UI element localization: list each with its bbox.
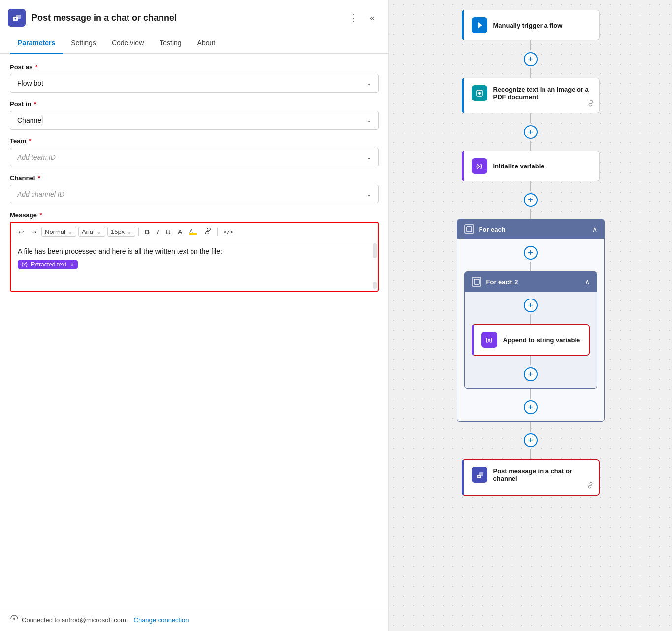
- redo-button[interactable]: ↪: [29, 227, 39, 237]
- required-star-5: *: [38, 211, 42, 219]
- connector-1: [530, 40, 531, 50]
- post-as-label: Post as *: [10, 64, 379, 71]
- header-actions: ⋮ «: [345, 10, 379, 25]
- code-button[interactable]: </>: [221, 227, 236, 237]
- undo-button[interactable]: ↩: [16, 227, 27, 237]
- chevron-down-icon-6: ⌄: [96, 228, 102, 235]
- strikethrough-button[interactable]: A: [175, 227, 185, 237]
- tab-about[interactable]: About: [190, 33, 224, 54]
- connector-5: [530, 181, 531, 191]
- extracted-text-token[interactable]: {x} Extracted text ×: [18, 260, 78, 269]
- bold-button[interactable]: B: [142, 226, 152, 237]
- channel-label: Channel *: [10, 174, 379, 182]
- for-each-2-container: For each 2 ∧ + {x} Append to string vari: [464, 271, 597, 389]
- team-label: Team *: [10, 137, 379, 145]
- link-icon-2: [587, 482, 594, 491]
- append-node[interactable]: {x} Append to string variable: [472, 324, 590, 356]
- italic-button[interactable]: I: [154, 226, 161, 237]
- connector-4: [530, 141, 531, 151]
- append-node-label: Append to string variable: [503, 336, 581, 344]
- header-left: Post message in a chat or channel: [8, 9, 177, 27]
- style-dropdown[interactable]: Normal ⌄: [41, 227, 76, 237]
- chevron-down-icon-4: ⌄: [366, 191, 371, 198]
- toolbar-separator-1: [138, 228, 139, 236]
- svg-rect-1: [16, 15, 21, 19]
- collapse-button[interactable]: «: [366, 11, 379, 25]
- channel-field: Channel * Add channel ID ⌄: [10, 174, 379, 203]
- underline-button[interactable]: U: [163, 226, 173, 237]
- post-in-field: Post in * Channel ⌄: [10, 100, 379, 130]
- for-each-chevron[interactable]: ∧: [592, 225, 597, 233]
- trigger-node-icon: [472, 17, 487, 33]
- tabs-bar: Parameters Settings Code view Testing Ab…: [0, 33, 388, 54]
- size-dropdown[interactable]: 15px ⌄: [107, 227, 135, 237]
- message-field: Message * ↩ ↪ Normal ⌄ Arial ⌄ 15: [10, 211, 379, 292]
- post-message-icon: [472, 467, 487, 483]
- link-button[interactable]: [201, 226, 214, 237]
- required-star-3: *: [27, 137, 32, 145]
- connector-10: [530, 389, 531, 399]
- team-dropdown[interactable]: Add team ID ⌄: [10, 148, 379, 166]
- scroll-up-indicator: [373, 243, 377, 258]
- add-btn-7[interactable]: +: [524, 400, 538, 414]
- add-btn-6[interactable]: +: [524, 367, 538, 381]
- tab-code-view[interactable]: Code view: [104, 33, 152, 54]
- required-star-4: *: [36, 174, 40, 182]
- add-btn-8[interactable]: +: [524, 433, 538, 447]
- change-connection-link[interactable]: Change connection: [134, 616, 189, 624]
- highlight-button[interactable]: A: [187, 226, 199, 238]
- font-dropdown[interactable]: Arial ⌄: [78, 227, 105, 237]
- rich-text-editor[interactable]: ↩ ↪ Normal ⌄ Arial ⌄ 15px ⌄ B: [10, 222, 379, 292]
- rte-toolbar: ↩ ↪ Normal ⌄ Arial ⌄ 15px ⌄ B: [11, 223, 378, 241]
- post-in-label: Post in *: [10, 100, 379, 108]
- add-btn-1[interactable]: +: [524, 52, 538, 66]
- svg-point-8: [478, 92, 481, 95]
- ocr-node[interactable]: Recognize text in an image or a PDF docu…: [462, 78, 600, 113]
- append-node-icon: {x}: [481, 332, 497, 348]
- connector-9: [530, 356, 531, 365]
- team-field: Team * Add team ID ⌄: [10, 137, 379, 166]
- rte-token-line: {x} Extracted text ×: [18, 259, 371, 269]
- svg-rect-9: [467, 227, 472, 232]
- tab-testing[interactable]: Testing: [152, 33, 189, 54]
- trigger-node-label: Manually trigger a flow: [493, 22, 591, 29]
- connector-3: [530, 113, 531, 123]
- for-each-2-header[interactable]: For each 2 ∧: [465, 272, 597, 292]
- token-remove[interactable]: ×: [70, 261, 74, 268]
- svg-point-5: [13, 618, 15, 620]
- ocr-node-label: Recognize text in an image or a PDF docu…: [493, 86, 591, 100]
- svg-rect-10: [474, 279, 479, 284]
- add-btn-2[interactable]: +: [524, 125, 538, 139]
- panel-footer: Connected to antrod@microsoft.com. Chang…: [0, 608, 388, 631]
- required-star-2: *: [32, 100, 36, 108]
- ocr-node-icon: [472, 85, 487, 101]
- form-content: Post as * Flow bot ⌄ Post in * Channel ⌄…: [0, 54, 388, 608]
- add-btn-4[interactable]: +: [524, 246, 538, 260]
- post-message-node[interactable]: Post message in a chat or channel: [462, 459, 600, 496]
- rte-body[interactable]: A file has been processed and here is al…: [11, 241, 378, 291]
- connector-6: [530, 209, 531, 219]
- tab-parameters[interactable]: Parameters: [10, 33, 63, 54]
- for-each-2-icon: [472, 277, 481, 287]
- left-panel: Post message in a chat or channel ⋮ « Pa…: [0, 0, 389, 631]
- tab-settings[interactable]: Settings: [63, 33, 104, 54]
- for-each-2-chevron[interactable]: ∧: [585, 278, 590, 286]
- svg-rect-12: [479, 472, 483, 476]
- svg-rect-4: [189, 233, 197, 235]
- link-icon-1: [587, 100, 594, 109]
- channel-dropdown[interactable]: Add channel ID ⌄: [10, 185, 379, 203]
- more-button[interactable]: ⋮: [345, 10, 362, 25]
- init-var-label: Initialize variable: [493, 163, 591, 170]
- toolbar-separator-2: [217, 228, 218, 236]
- add-btn-3[interactable]: +: [524, 193, 538, 207]
- connector-2: [530, 68, 531, 78]
- connector-11: [530, 422, 531, 432]
- init-var-node[interactable]: {x} Initialize variable: [462, 151, 600, 181]
- for-each-header[interactable]: For each ∧: [457, 219, 604, 239]
- post-as-dropdown[interactable]: Flow bot ⌄: [10, 74, 379, 93]
- post-in-dropdown[interactable]: Channel ⌄: [10, 111, 379, 130]
- add-btn-5[interactable]: +: [524, 299, 538, 312]
- for-each-container: For each ∧ + For each 2: [457, 219, 605, 422]
- trigger-node[interactable]: Manually trigger a flow: [462, 10, 600, 40]
- app-icon: [8, 9, 26, 27]
